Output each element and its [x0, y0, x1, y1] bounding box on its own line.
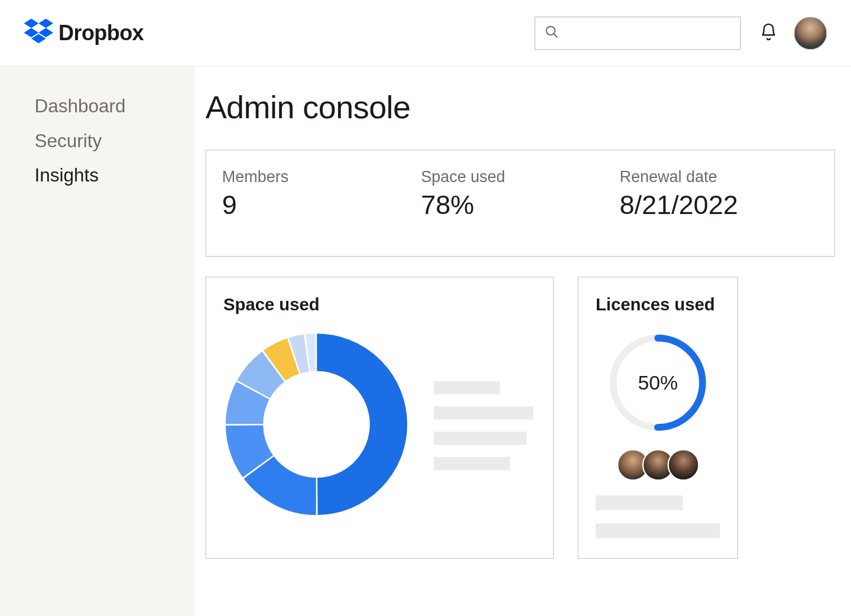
sidebar: Dashboard Security Insights: [0, 67, 195, 616]
licences-percent-label: 50%: [606, 331, 709, 434]
account-avatar[interactable]: [794, 17, 827, 50]
placeholder-bar: [434, 381, 501, 395]
app-header: Dropbox: [0, 0, 851, 67]
page-title: Admin console: [206, 89, 835, 126]
search-box[interactable]: [535, 17, 741, 50]
placeholder-bar: [434, 406, 534, 420]
dropbox-logo-icon: [24, 18, 54, 48]
stat-label: Renewal date: [620, 168, 818, 187]
sidebar-item-label: Dashboard: [35, 96, 126, 116]
card-title: Space used: [223, 294, 536, 315]
search-input[interactable]: [566, 26, 730, 40]
stat-label: Space used: [421, 168, 619, 187]
brand[interactable]: Dropbox: [24, 18, 144, 48]
sidebar-item-label: Security: [35, 131, 102, 151]
placeholder-bar: [596, 495, 683, 510]
placeholder-bar: [596, 523, 720, 538]
stat-value: 8/21/2022: [620, 190, 818, 221]
svg-line-6: [554, 34, 557, 37]
sidebar-item-security[interactable]: Security: [35, 131, 195, 152]
licences-used-card: Licences used 50%: [578, 277, 738, 559]
svg-marker-0: [24, 18, 39, 28]
licences-donut-chart: 50%: [606, 331, 709, 434]
svg-point-5: [546, 26, 554, 34]
stat-space-used: Space used 78%: [421, 168, 619, 221]
licences-placeholder: [596, 495, 720, 538]
placeholder-bar: [434, 432, 527, 445]
space-used-legend-placeholder: [434, 381, 538, 471]
stat-label: Members: [222, 168, 421, 187]
sidebar-item-dashboard[interactable]: Dashboard: [35, 96, 195, 117]
stat-value: 78%: [421, 190, 619, 221]
space-used-donut-chart: [223, 331, 410, 520]
space-used-card: Space used: [206, 277, 554, 559]
licence-member-avatars: [616, 449, 699, 481]
stat-members: Members 9: [222, 168, 421, 221]
summary-stats: Members 9 Space used 78% Renewal date 8/…: [206, 150, 835, 257]
sidebar-item-label: Insights: [35, 165, 99, 186]
placeholder-bar: [434, 457, 510, 471]
notifications-button[interactable]: [759, 22, 778, 44]
stat-renewal-date: Renewal date 8/21/2022: [620, 168, 818, 221]
sidebar-item-insights[interactable]: Insights: [35, 165, 195, 186]
svg-marker-1: [38, 18, 53, 28]
brand-name: Dropbox: [59, 21, 144, 46]
stat-value: 9: [222, 190, 421, 221]
card-title: Licences used: [596, 294, 715, 315]
main-content: Admin console Members 9 Space used 78% R…: [195, 67, 851, 616]
search-icon: [544, 24, 559, 41]
member-avatar[interactable]: [667, 449, 699, 481]
